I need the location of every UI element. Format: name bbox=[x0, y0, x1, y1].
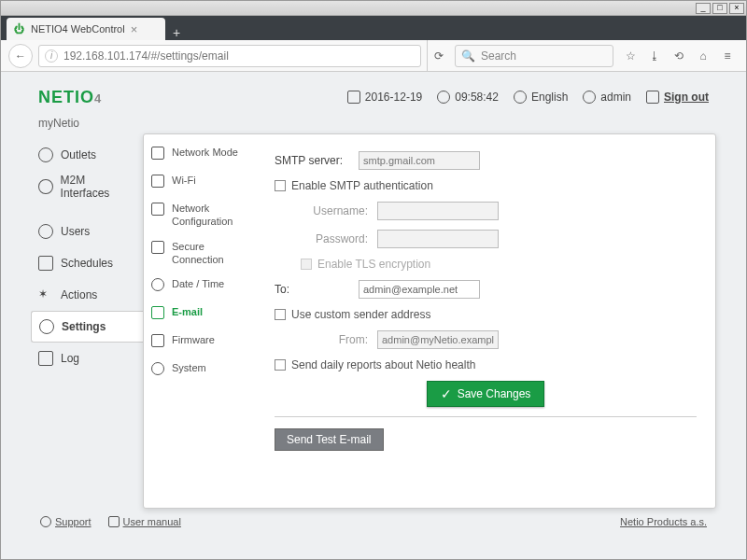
to-label: To: bbox=[275, 283, 359, 296]
search-placeholder: Search bbox=[481, 49, 516, 63]
check-icon: ✓ bbox=[441, 386, 452, 401]
page-footer: Support User manual Netio Products a.s. bbox=[31, 511, 716, 533]
enable-tls-checkbox bbox=[301, 259, 312, 270]
subnav-secure-connection[interactable]: Secure Connection bbox=[144, 234, 255, 273]
password-label: Password: bbox=[275, 232, 377, 245]
subnav-network-mode[interactable]: Network Mode bbox=[144, 140, 255, 168]
enable-smtp-auth-label: Enable SMTP authentication bbox=[291, 179, 433, 192]
downloads-icon[interactable]: ⭳ bbox=[647, 49, 662, 63]
nav-log[interactable]: Log bbox=[31, 343, 143, 374]
actions-icon: ✶ bbox=[38, 287, 53, 302]
schedule-icon bbox=[38, 256, 53, 271]
app-header: NETIO4 2016-12-19 09:58:42 English admin… bbox=[31, 72, 716, 122]
subnav-network-config[interactable]: Network Configuration bbox=[144, 196, 255, 234]
os-close-button[interactable]: × bbox=[729, 3, 744, 14]
nav-actions[interactable]: ✶Actions bbox=[31, 279, 143, 311]
user-icon bbox=[583, 91, 596, 104]
new-tab-button[interactable]: + bbox=[165, 25, 188, 40]
save-changes-button[interactable]: ✓ Save Changes bbox=[427, 381, 545, 407]
browser-tab-active[interactable]: ⏻ NETIO4 WebControl × bbox=[7, 18, 165, 40]
header-date: 2016-12-19 bbox=[347, 91, 422, 104]
search-icon: 🔍 bbox=[461, 49, 475, 63]
smtp-server-label: SMTP server: bbox=[275, 154, 359, 167]
settings-subnav: Network Mode Wi-Fi Network Configuration… bbox=[144, 134, 256, 508]
device-name: myNetio bbox=[31, 117, 716, 130]
search-box[interactable]: 🔍 Search bbox=[455, 45, 613, 67]
history-icon[interactable]: ⟲ bbox=[671, 49, 686, 63]
header-language[interactable]: English bbox=[514, 91, 568, 104]
subnav-email[interactable]: E-mail bbox=[144, 300, 255, 328]
os-maximize-button[interactable]: □ bbox=[712, 3, 727, 14]
nav-m2m[interactable]: M2M Interfaces bbox=[31, 171, 143, 203]
header-user[interactable]: admin bbox=[583, 91, 631, 104]
back-button[interactable]: ← bbox=[8, 44, 33, 68]
subnav-system[interactable]: System bbox=[144, 356, 255, 384]
home-icon[interactable]: ⌂ bbox=[696, 49, 711, 63]
power-icon: ⏻ bbox=[12, 22, 25, 35]
network-config-icon bbox=[151, 203, 164, 216]
user-manual-link[interactable]: User manual bbox=[108, 516, 181, 527]
subnav-wifi[interactable]: Wi-Fi bbox=[144, 168, 255, 196]
custom-sender-checkbox[interactable] bbox=[275, 309, 286, 320]
email-settings-form: SMTP server: Enable SMTP authentication … bbox=[256, 134, 715, 508]
header-time: 09:58:42 bbox=[437, 91, 499, 104]
firmware-icon bbox=[151, 334, 164, 347]
gear-icon bbox=[39, 319, 54, 334]
from-label: From: bbox=[275, 333, 377, 346]
to-input[interactable] bbox=[359, 280, 480, 299]
username-input[interactable] bbox=[377, 202, 499, 220]
calendar-icon bbox=[347, 91, 360, 104]
from-input[interactable] bbox=[377, 330, 499, 349]
outlet-icon bbox=[38, 147, 53, 162]
log-icon bbox=[38, 351, 53, 366]
nav-users[interactable]: Users bbox=[31, 216, 143, 247]
clock2-icon bbox=[151, 278, 164, 291]
password-input[interactable] bbox=[377, 230, 499, 248]
users-icon bbox=[38, 224, 53, 239]
company-link[interactable]: Netio Products a.s. bbox=[620, 516, 707, 527]
network-mode-icon bbox=[151, 147, 164, 160]
enable-smtp-auth-checkbox[interactable] bbox=[275, 180, 286, 191]
nav-schedules[interactable]: Schedules bbox=[31, 247, 143, 279]
daily-reports-checkbox[interactable] bbox=[275, 359, 286, 371]
divider bbox=[275, 416, 697, 417]
address-bar[interactable]: i 192.168.101.174/#/settings/email bbox=[38, 45, 421, 67]
clock-icon bbox=[437, 91, 450, 104]
bookmark-icon[interactable]: ☆ bbox=[623, 49, 638, 63]
nav-outlets[interactable]: Outlets bbox=[31, 139, 143, 171]
system-icon bbox=[151, 362, 164, 375]
os-titlebar: _ □ × bbox=[1, 1, 746, 16]
smtp-server-input[interactable] bbox=[359, 151, 480, 170]
subnav-firmware[interactable]: Firmware bbox=[144, 328, 255, 356]
daily-reports-label: Send daily reports about Netio health bbox=[291, 358, 475, 371]
enable-tls-label: Enable TLS encryption bbox=[317, 258, 430, 271]
nav-settings[interactable]: Settings bbox=[31, 311, 143, 343]
help-icon bbox=[40, 516, 51, 527]
lock-icon bbox=[151, 241, 164, 254]
logo: NETIO4 bbox=[38, 88, 102, 107]
tab-title: NETIO4 WebControl bbox=[31, 23, 125, 35]
email-icon bbox=[151, 306, 164, 319]
url-text: 192.168.101.174/#/settings/email bbox=[63, 49, 229, 63]
os-minimize-button[interactable]: _ bbox=[696, 3, 711, 14]
username-label: Username: bbox=[275, 204, 377, 217]
send-test-email-button[interactable]: Send Test E-mail bbox=[275, 428, 384, 451]
custom-sender-label: Use custom sender address bbox=[291, 308, 430, 321]
globe-icon bbox=[514, 91, 527, 104]
wifi-icon bbox=[151, 175, 164, 188]
browser-tabstrip: ⏻ NETIO4 WebControl × + bbox=[1, 16, 746, 40]
signout-link[interactable]: Sign out bbox=[646, 91, 709, 104]
menu-icon[interactable]: ≡ bbox=[720, 49, 735, 63]
refresh-button[interactable]: ⟳ bbox=[427, 40, 449, 71]
browser-toolbar: ← i 192.168.101.174/#/settings/email ⟳ 🔍… bbox=[1, 40, 746, 72]
doc-icon bbox=[108, 516, 120, 527]
support-link[interactable]: Support bbox=[40, 516, 92, 527]
primary-nav: Outlets M2M Interfaces Users Schedules ✶… bbox=[31, 133, 143, 509]
info-icon: i bbox=[45, 49, 58, 63]
tab-close-icon[interactable]: × bbox=[131, 22, 138, 36]
signout-icon bbox=[646, 91, 659, 104]
m2m-icon bbox=[38, 179, 53, 194]
subnav-datetime[interactable]: Date / Time bbox=[144, 272, 255, 300]
